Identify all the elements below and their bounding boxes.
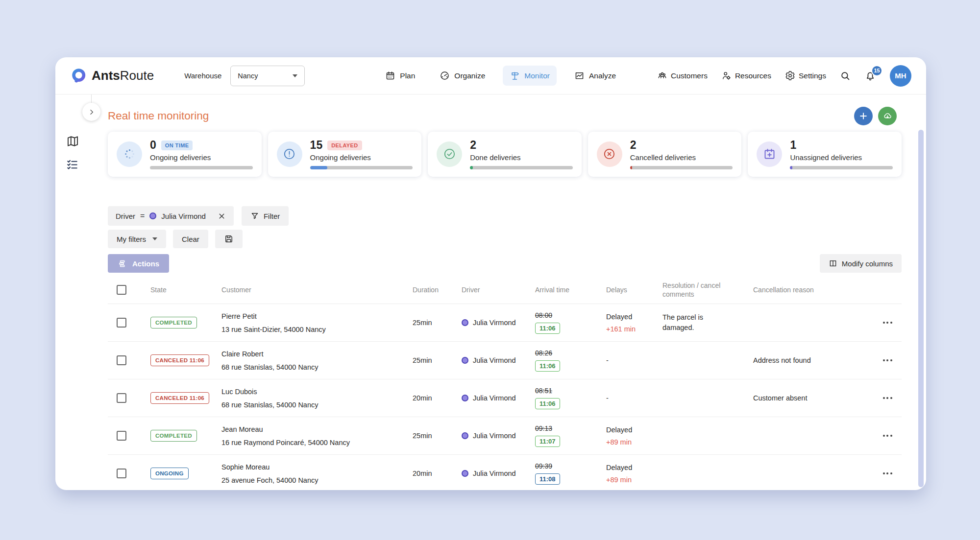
export-button[interactable] (878, 107, 897, 125)
ellipsis-icon (883, 397, 892, 399)
nav-resources[interactable]: Resources (721, 70, 771, 81)
stat-value: 1 (790, 139, 796, 152)
search-icon (840, 70, 851, 81)
status-badge: DELAYED (327, 141, 362, 150)
sidebar-item-list-view[interactable] (66, 158, 79, 171)
clear-label: Clear (182, 235, 199, 243)
actual-time-badge: 11:07 (535, 436, 560, 447)
planned-time: 09:39 (535, 462, 590, 470)
notifications-button[interactable]: 15 (864, 70, 876, 82)
stat-card-ongoing-ontime: 0 ON TIME Ongoing deliveries (108, 132, 262, 177)
tab-monitor[interactable]: Monitor (503, 66, 557, 86)
driver-name: Julia Virmond (473, 394, 516, 402)
nav-customers[interactable]: Customers (657, 70, 708, 81)
desktop-background: AntsRoute Warehouse Nancy Plan (0, 0, 980, 540)
customer-name: Claire Robert (221, 350, 397, 358)
close-icon (218, 212, 226, 220)
remove-filter-button[interactable] (218, 212, 226, 220)
state-badge: CANCELED 11:06 (150, 392, 209, 404)
driver-name: Julia Virmond (473, 319, 516, 327)
person-gear-icon (721, 70, 732, 81)
save-filter-button[interactable] (215, 230, 243, 248)
driver-color-dot (462, 319, 468, 326)
progress-bar (470, 166, 573, 169)
planned-time: 09:13 (535, 424, 590, 432)
filter-chips-row: Driver = Julia Virmond Filter (55, 206, 926, 226)
calendar-plus-icon (757, 141, 782, 167)
row-menu-button[interactable] (858, 472, 902, 474)
select-all-checkbox[interactable] (117, 285, 126, 295)
warehouse-select[interactable]: Nancy (230, 66, 305, 86)
customer-address: 68 rue Stanislas, 54000 Nancy (221, 401, 397, 409)
saved-filters-row: My filters Clear (55, 230, 926, 248)
stat-label: Ongoing deliveries (310, 153, 413, 162)
page-header: Real time monitoring (55, 94, 926, 125)
brand-name: AntsRoute (92, 68, 154, 83)
driver-color-dot (462, 395, 468, 401)
antsroute-logo-icon (70, 68, 87, 84)
gauge-icon (440, 70, 450, 81)
stat-label: Cancelled deliveries (630, 153, 733, 162)
row-checkbox[interactable] (117, 355, 126, 365)
chevron-down-icon (152, 237, 157, 240)
row-checkbox[interactable] (117, 469, 126, 478)
avatar[interactable]: MH (890, 65, 911, 87)
stats-row: 0 ON TIME Ongoing deliveries 15 DEL (55, 125, 926, 177)
row-menu-button[interactable] (858, 397, 902, 399)
delay-amount: +161 min (606, 325, 647, 333)
filter-chip-driver[interactable]: Driver = Julia Virmond (108, 206, 234, 226)
progress-bar (310, 166, 413, 169)
customer-address: 16 rue Raymond Poincaré, 54000 Nancy (221, 439, 397, 446)
actions-button[interactable]: Actions (108, 254, 169, 273)
warehouse-selector-group: Warehouse Nancy (184, 66, 305, 86)
stat-label: Ongoing deliveries (150, 153, 253, 162)
table-row: COMPLETED Jean Moreau16 rue Raymond Poin… (108, 417, 902, 455)
customer-name: Pierre Petit (221, 312, 397, 320)
chevron-down-icon (293, 74, 297, 77)
nav-settings[interactable]: Settings (785, 70, 826, 81)
driver-color-dot (462, 357, 468, 364)
driver-name: Julia Virmond (473, 470, 516, 477)
add-button[interactable] (854, 107, 873, 125)
expand-panel-button[interactable] (82, 103, 100, 121)
duration: 25min (397, 432, 446, 440)
tab-plan[interactable]: Plan (378, 66, 422, 86)
vertical-scrollbar[interactable] (918, 130, 924, 487)
x-circle-icon (597, 141, 622, 167)
row-menu-button[interactable] (858, 359, 902, 361)
deliveries-table: State Customer Duration Driver Arrival t… (108, 276, 902, 490)
table-row: ONGOING Sophie Moreau25 avenue Foch, 540… (108, 455, 902, 490)
header-actions (854, 107, 897, 125)
row-menu-button[interactable] (858, 435, 902, 437)
progress-bar (150, 166, 253, 169)
stat-card-unassigned: 1 Unassigned deliveries (748, 132, 902, 177)
row-menu-button[interactable] (858, 322, 902, 324)
filter-button[interactable]: Filter (242, 206, 289, 226)
planned-time: 08:51 (535, 387, 590, 395)
filter-button-label: Filter (264, 212, 280, 220)
gear-icon (785, 70, 795, 81)
clear-filters-button[interactable]: Clear (173, 230, 208, 248)
tab-analyze[interactable]: Analyze (567, 66, 623, 86)
ellipsis-icon (883, 322, 892, 324)
row-checkbox[interactable] (117, 318, 126, 328)
row-checkbox[interactable] (117, 431, 126, 441)
progress-bar (630, 166, 733, 169)
delay-status: Delayed (606, 313, 647, 321)
column-header-customer: Customer (206, 286, 397, 294)
ellipsis-icon (883, 359, 892, 361)
save-icon (224, 234, 234, 244)
signpost-icon (510, 70, 520, 81)
column-header-resolution: Resolution / cancel comments (647, 281, 737, 299)
stat-value: 2 (470, 139, 476, 152)
actions-label: Actions (132, 259, 159, 268)
tab-label: Monitor (524, 71, 550, 80)
state-badge: COMPLETED (150, 317, 197, 329)
sidebar-item-map-view[interactable] (66, 135, 79, 148)
row-checkbox[interactable] (117, 393, 126, 403)
brand-logo[interactable]: AntsRoute (70, 68, 154, 84)
modify-columns-button[interactable]: Modify columns (820, 254, 902, 273)
tab-organize[interactable]: Organize (433, 66, 492, 86)
search-button[interactable] (840, 70, 851, 81)
my-filters-button[interactable]: My filters (108, 230, 166, 248)
